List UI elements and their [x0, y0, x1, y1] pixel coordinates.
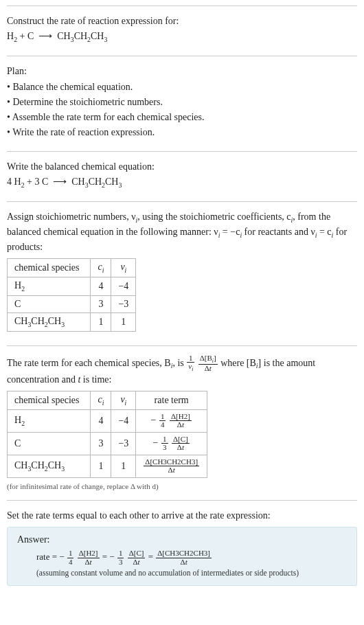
cell-ci: 4 [91, 409, 111, 432]
rate-expression: rate = − 14 Δ[H2]Δt = − 13 Δ[C]Δt = Δ[CH… [36, 549, 347, 566]
den: Δt [198, 365, 218, 373]
text: = −c [220, 227, 240, 237]
cell-rate: − 14 Δ[H2]Δt [136, 409, 207, 432]
text: for reactants and ν [242, 227, 315, 237]
den: Δt [144, 466, 199, 475]
col-ci: ci [91, 391, 111, 409]
fraction: 13 [117, 549, 124, 566]
answer-box: Answer: rate = − 14 Δ[H2]Δt = − 13 Δ[C]Δ… [7, 527, 357, 586]
cell-vi: 1 [111, 455, 136, 477]
col-vi: νi [111, 259, 136, 277]
cell-ci: 1 [91, 455, 111, 477]
cell-ci: 1 [91, 312, 111, 331]
text: , using the stoichiometric coefficients,… [137, 212, 291, 222]
num: Δ[H2] [78, 549, 100, 558]
fraction: Δ[H2]Δt [170, 413, 192, 429]
plan-item: Write the rate of reaction expression. [7, 126, 357, 139]
cell-rate: Δ[CH3CH2CH3]Δt [136, 455, 207, 477]
num: 1 [117, 549, 124, 558]
rateterm-table: chemical species ci νi rate term H2 4 −4… [7, 391, 207, 478]
den: νi [187, 363, 194, 372]
den: Δt [128, 558, 146, 567]
fraction: 14 [159, 413, 166, 429]
den: Δt [170, 421, 192, 429]
rateterm-intro: The rate term for each chemical species,… [7, 354, 357, 387]
num: Δ[CH3CH2CH3] [156, 549, 212, 558]
table-header-row: chemical species ci νi rate term [8, 391, 207, 409]
cell-species: CH3CH2CH3 [8, 455, 91, 477]
den: 4 [67, 558, 74, 567]
prompt-section: Construct the rate of reaction expressio… [7, 5, 357, 56]
table-row: H2 4 −4 [8, 277, 136, 296]
neg: − [151, 415, 157, 425]
num: Δ[C] [128, 549, 146, 558]
fraction: Δ[CH3CH2CH3]Δt [156, 549, 212, 566]
plan-section: Plan: Balance the chemical equation. Det… [7, 56, 357, 150]
rateterm-note: (for infinitesimal rate of change, repla… [7, 482, 357, 490]
stoich-table: chemical species ci νi H2 4 −4 C 3 −3 CH… [7, 258, 136, 331]
final-heading: Set the rate terms equal to each other t… [7, 509, 357, 523]
prompt-title: Construct the rate of reaction expressio… [7, 14, 357, 28]
plan-item: Determine the stoichiometric numbers. [7, 95, 357, 109]
answer-assumption: (assuming constant volume and no accumul… [36, 569, 347, 577]
text: Assign stoichiometric numbers, ν [7, 212, 136, 222]
cell-vi: 1 [111, 312, 136, 331]
cell-species: C [8, 295, 91, 312]
den: 3 [117, 558, 124, 567]
table-header-row: chemical species ci νi [8, 259, 136, 277]
col-ci: ci [91, 259, 111, 277]
fraction: 1νi [187, 354, 194, 373]
eq: = [148, 552, 156, 562]
num: 1 [67, 549, 74, 558]
den: Δt [172, 444, 190, 452]
plan-item: Balance the chemical equation. [7, 80, 357, 94]
prompt-equation: H2 + C ⟶ CH3CH2CH3 [7, 30, 357, 45]
text: , is [172, 357, 186, 367]
rateterm-section: The rate term for each chemical species,… [7, 345, 357, 500]
num: Δ[Bi] [198, 354, 218, 365]
col-species: chemical species [8, 259, 91, 277]
table-row: CH3CH2CH3 1 1 [8, 312, 136, 331]
text: = c [317, 227, 331, 237]
fraction: Δ[CH3CH2CH3]Δt [144, 458, 199, 475]
final-section: Set the rate terms equal to each other t… [7, 500, 357, 595]
text: where [B [220, 357, 256, 367]
den: 4 [159, 421, 166, 429]
cell-rate: − 13 Δ[C]Δt [136, 432, 207, 455]
answer-label: Answer: [17, 534, 347, 545]
fraction: Δ[C]Δt [172, 435, 190, 452]
cell-vi: −4 [111, 409, 136, 432]
cell-vi: −3 [111, 432, 136, 455]
fraction: Δ[H2]Δt [78, 549, 100, 566]
fraction: Δ[C]Δt [128, 549, 146, 566]
text: The rate term for each chemical species,… [7, 357, 171, 367]
cell-ci: 3 [91, 432, 111, 455]
cell-species: H2 [8, 277, 91, 296]
balanced-section: Write the balanced chemical equation: 4 … [7, 151, 357, 201]
table-row: H2 4 −4 − 14 Δ[H2]Δt [8, 409, 207, 432]
table-row: CH3CH2CH3 1 1 Δ[CH3CH2CH3]Δt [8, 455, 207, 477]
fraction: 14 [67, 549, 74, 566]
cell-ci: 4 [91, 277, 111, 296]
den: 3 [161, 444, 168, 452]
col-species: chemical species [8, 391, 91, 409]
fraction: 13 [161, 435, 168, 452]
stoich-intro: Assign stoichiometric numbers, νi, using… [7, 210, 357, 254]
col-rate: rate term [136, 391, 207, 409]
cell-vi: −3 [111, 295, 136, 312]
plan-heading: Plan: [7, 65, 357, 78]
plan-item: Assemble the rate term for each chemical… [7, 111, 357, 124]
col-vi: νi [111, 391, 136, 409]
cell-species: H2 [8, 409, 91, 432]
rate-word: rate [36, 552, 49, 562]
stoich-section: Assign stoichiometric numbers, νi, using… [7, 201, 357, 345]
fraction: Δ[Bi]Δt [198, 354, 218, 373]
table-row: C 3 −3 − 13 Δ[C]Δt [8, 432, 207, 455]
eq: = − [102, 552, 115, 562]
cell-species: C [8, 432, 91, 455]
neg: − [153, 438, 159, 448]
cell-species: CH3CH2CH3 [8, 312, 91, 331]
text: is time: [80, 374, 111, 385]
table-row: C 3 −3 [8, 295, 136, 312]
eq: = − [49, 552, 64, 562]
